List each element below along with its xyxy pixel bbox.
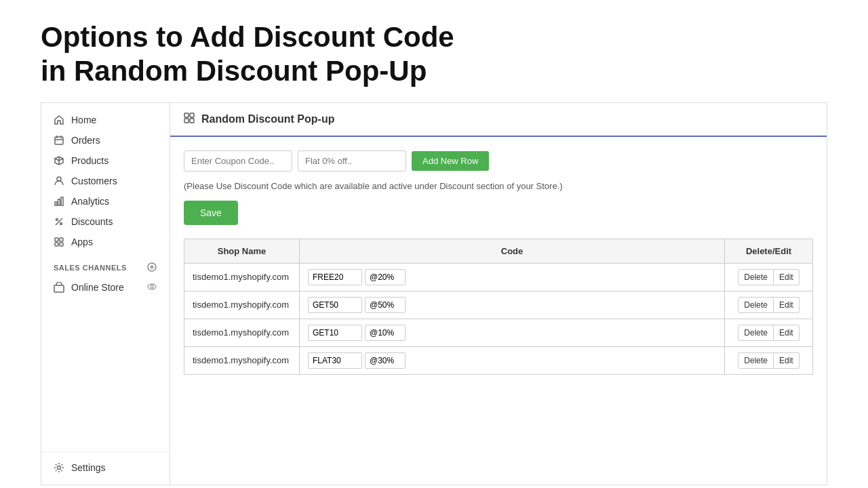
svg-rect-8	[60, 238, 63, 241]
sidebar-item-apps[interactable]: Apps	[41, 232, 170, 252]
svg-rect-10	[60, 243, 63, 246]
col-code: Code	[300, 239, 725, 263]
action-cell: DeleteEdit	[725, 319, 813, 346]
sidebar-label-home: Home	[71, 115, 96, 125]
svg-point-15	[58, 466, 61, 469]
pct-input-0[interactable]	[365, 269, 406, 285]
online-store-label: Online Store	[71, 282, 124, 293]
svg-rect-7	[55, 238, 58, 241]
sidebar-label-discounts: Discounts	[71, 216, 113, 227]
action-cell: DeleteEdit	[725, 263, 813, 291]
code-cell	[300, 319, 725, 346]
svg-rect-0	[55, 137, 63, 144]
page-title: Options to Add Discount Code in Random D…	[0, 0, 868, 102]
sidebar-item-orders[interactable]: Orders	[41, 130, 170, 150]
delete-button-1[interactable]: Delete	[738, 297, 774, 313]
grid-icon	[184, 113, 195, 126]
sidebar: Home Orders Products	[41, 102, 170, 485]
edit-button-0[interactable]: Edit	[774, 269, 800, 285]
svg-rect-2	[55, 202, 57, 205]
add-row-form: Add New Row	[184, 150, 813, 171]
code-input-2[interactable]	[308, 325, 362, 341]
hint-text: (Please Use Discount Code which are avai…	[184, 181, 813, 191]
discount-table: Shop Name Code Delete/Edit tisdemo1.mysh…	[184, 239, 813, 375]
sidebar-item-settings[interactable]: Settings	[41, 458, 170, 478]
edit-button-1[interactable]: Edit	[774, 297, 800, 313]
action-cell: DeleteEdit	[725, 291, 813, 319]
sidebar-label-apps: Apps	[71, 237, 93, 247]
svg-point-13	[148, 284, 156, 289]
svg-rect-17	[190, 113, 194, 117]
pct-input-1[interactable]	[365, 297, 406, 313]
edit-button-3[interactable]: Edit	[774, 352, 800, 369]
sidebar-label-analytics: Analytics	[71, 196, 109, 207]
svg-rect-12	[54, 285, 64, 292]
svg-rect-19	[190, 119, 194, 123]
delete-button-2[interactable]: Delete	[738, 325, 774, 341]
action-cell: DeleteEdit	[725, 346, 813, 374]
shop-cell: tisdemo1.myshopify.com	[184, 263, 300, 291]
table-row: tisdemo1.myshopify.com DeleteEdit	[184, 263, 813, 291]
sidebar-item-products[interactable]: Products	[41, 150, 170, 171]
settings-label: Settings	[71, 462, 106, 473]
add-new-row-button[interactable]: Add New Row	[412, 151, 489, 171]
eye-icon	[146, 281, 157, 294]
sidebar-label-customers: Customers	[71, 176, 117, 186]
sidebar-item-home[interactable]: Home	[41, 110, 170, 130]
apps-icon	[54, 237, 64, 247]
code-input-3[interactable]	[308, 352, 362, 369]
sidebar-label-products: Products	[71, 155, 108, 166]
main-header: Random Discount Pop-up	[170, 103, 827, 137]
main-body: Add New Row (Please Use Discount Code wh…	[170, 137, 827, 388]
table-row: tisdemo1.myshopify.com DeleteEdit	[184, 319, 813, 346]
orders-icon	[54, 135, 64, 146]
svg-rect-3	[58, 199, 60, 205]
sidebar-item-online-store[interactable]: Online Store	[41, 277, 170, 299]
products-icon	[54, 155, 64, 166]
code-input-0[interactable]	[308, 269, 362, 285]
svg-point-5	[56, 218, 58, 220]
delete-button-0[interactable]: Delete	[738, 269, 774, 285]
settings-icon	[54, 462, 64, 473]
flat-off-input[interactable]	[298, 150, 406, 171]
code-input-1[interactable]	[308, 297, 362, 313]
title-line1: Options to Add Discount Code	[41, 21, 454, 53]
svg-rect-4	[61, 197, 63, 205]
table-row: tisdemo1.myshopify.com DeleteEdit	[184, 291, 813, 319]
code-cell	[300, 346, 725, 374]
delete-button-3[interactable]: Delete	[738, 352, 774, 369]
title-line2: in Random Discount Pop-Up	[41, 55, 427, 87]
shop-cell: tisdemo1.myshopify.com	[184, 346, 300, 374]
pct-input-2[interactable]	[365, 325, 406, 341]
sidebar-label-orders: Orders	[71, 135, 100, 146]
col-action: Delete/Edit	[725, 239, 813, 263]
table-row: tisdemo1.myshopify.com DeleteEdit	[184, 346, 813, 374]
sidebar-item-customers[interactable]: Customers	[41, 171, 170, 191]
main-header-title: Random Discount Pop-up	[201, 113, 334, 125]
coupon-code-input[interactable]	[184, 150, 292, 171]
svg-rect-16	[184, 113, 189, 117]
sidebar-item-analytics[interactable]: Analytics	[41, 191, 170, 211]
analytics-icon	[54, 196, 64, 207]
sales-channels-section: SALES CHANNELS	[41, 252, 170, 277]
code-cell	[300, 291, 725, 319]
home-icon	[54, 115, 64, 125]
svg-point-14	[151, 285, 153, 288]
pct-input-3[interactable]	[365, 352, 406, 369]
online-store-icon	[54, 282, 64, 293]
sidebar-item-discounts[interactable]: Discounts	[41, 211, 170, 232]
shop-cell: tisdemo1.myshopify.com	[184, 291, 300, 319]
add-sales-channel-icon[interactable]	[146, 262, 157, 274]
main-content: Random Discount Pop-up Add New Row (Plea…	[170, 102, 827, 485]
save-button[interactable]: Save	[184, 201, 238, 225]
shop-cell: tisdemo1.myshopify.com	[184, 319, 300, 346]
discounts-icon	[54, 216, 64, 227]
svg-point-6	[60, 222, 62, 224]
svg-point-1	[57, 177, 61, 181]
code-cell	[300, 263, 725, 291]
svg-rect-18	[184, 119, 189, 123]
svg-rect-9	[55, 243, 58, 246]
edit-button-2[interactable]: Edit	[774, 325, 800, 341]
col-shop-name: Shop Name	[184, 239, 300, 263]
customers-icon	[54, 176, 64, 186]
